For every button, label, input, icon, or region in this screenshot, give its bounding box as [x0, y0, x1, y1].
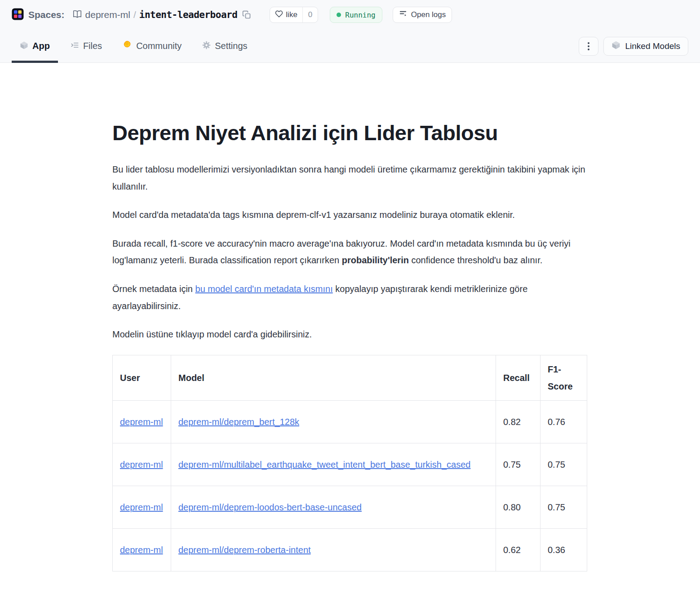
f1-value: 0.75 [541, 486, 587, 528]
tags-paragraph: Model card'da metadata'da tags kısmına d… [112, 207, 588, 224]
space-name-link[interactable]: intent-leaderboard [139, 9, 238, 20]
click-model-text: Modelin üstüne tıklayıp model card'a gid… [112, 329, 312, 339]
tabbar-spacer [256, 30, 579, 62]
user-link[interactable]: deprem-ml [120, 460, 163, 469]
user-link[interactable]: deprem-ml [120, 502, 163, 512]
user-link[interactable]: deprem-ml [120, 417, 163, 427]
kebab-icon [588, 42, 589, 50]
example-text-pre: Örnek metadata için [112, 284, 195, 294]
status-dot-icon [337, 13, 341, 17]
f1-value: 0.76 [541, 400, 587, 443]
recall-value: 0.80 [496, 486, 541, 528]
recall-value: 0.75 [496, 443, 541, 486]
model-link[interactable]: deprem-ml/deprem-roberta-intent [178, 545, 311, 555]
tab-app[interactable]: App [12, 30, 58, 62]
space-tabbar: App Files [0, 30, 700, 62]
example-metadata-paragraph: Örnek metadata için bu model card'ın met… [112, 281, 588, 314]
click-model-paragraph: Modelin üstüne tıklayıp model card'a gid… [112, 326, 588, 343]
like-label: like [286, 10, 297, 19]
column-header-f1: F1-Score [541, 355, 587, 400]
intro-text: Bu lider tablosu modellerimizi versiyonl… [112, 164, 585, 191]
tab-settings[interactable]: Settings [194, 30, 255, 62]
waving-hand-icon [123, 40, 132, 52]
column-header-user: User [113, 355, 171, 400]
metrics-text-bold: probability'lerin [342, 255, 409, 265]
metrics-text-post: confidence threshold'u baz alınır. [409, 255, 542, 265]
more-options-button[interactable] [579, 37, 598, 56]
model-link[interactable]: deprem-ml/deprem_bert_128k [178, 417, 299, 427]
linked-models-label: Linked Models [625, 41, 680, 51]
tabbar-actions: Linked Models [579, 30, 688, 62]
open-logs-button[interactable]: Open logs [393, 7, 452, 23]
column-header-model: Model [171, 355, 496, 400]
cube-icon [611, 40, 620, 52]
tab-files-label: Files [83, 41, 102, 51]
model-link[interactable]: deprem-ml/multilabel_earthquake_tweet_in… [178, 460, 470, 469]
leaderboard-table: User Model Recall F1-Score deprem-ml dep… [112, 355, 587, 571]
page-title: Deprem Niyet Analizi için Lider Tablosu [112, 120, 588, 145]
model-card-metadata-link[interactable]: bu model card'ın metadata kısmını [195, 284, 333, 294]
f1-value: 0.36 [541, 528, 587, 571]
recall-value: 0.62 [496, 528, 541, 571]
tags-text: Model card'da metadata'da tags kısmına d… [112, 210, 515, 220]
tab-community[interactable]: Community [115, 30, 190, 62]
gear-icon [202, 41, 211, 52]
book-icon [72, 9, 82, 21]
recall-value: 0.82 [496, 400, 541, 443]
like-widget: like 0 [270, 7, 318, 23]
intro-paragraph: Bu lider tablosu modellerimizi versiyonl… [112, 161, 588, 195]
tabs: App Files [12, 30, 256, 62]
copy-name-button[interactable] [242, 10, 251, 19]
table-row: deprem-ml deprem-ml/deprem-loodos-bert-b… [113, 486, 587, 528]
linked-models-button[interactable]: Linked Models [603, 37, 688, 56]
table-row: deprem-ml deprem-ml/deprem_bert_128k 0.8… [113, 400, 587, 443]
table-header-row: User Model Recall F1-Score [113, 355, 587, 400]
spaces-label: Spaces: [28, 9, 65, 20]
model-link[interactable]: deprem-ml/deprem-loodos-bert-base-uncase… [178, 502, 362, 512]
like-count[interactable]: 0 [302, 7, 318, 22]
space-header: Spaces: deprem-ml / intent-leaderboard [0, 0, 700, 63]
file-tree-icon [71, 41, 79, 52]
tab-settings-label: Settings [215, 41, 247, 51]
like-button[interactable]: like [270, 10, 302, 20]
huggingface-spaces-logo-icon [12, 8, 24, 22]
owner-link[interactable]: deprem-ml [85, 9, 130, 20]
user-link[interactable]: deprem-ml [120, 545, 163, 555]
cube-icon [20, 41, 28, 52]
space-breadcrumb: deprem-ml / intent-leaderboard [72, 9, 252, 21]
breadcrumb-slash: / [133, 9, 136, 20]
logs-icon [399, 9, 408, 20]
column-header-recall: Recall [496, 355, 541, 400]
status-text: Running [345, 11, 375, 19]
open-logs-label: Open logs [411, 10, 446, 19]
tab-community-label: Community [136, 41, 182, 51]
status-badge[interactable]: Running [330, 7, 382, 23]
table-row: deprem-ml deprem-ml/multilabel_earthquak… [113, 443, 587, 486]
table-row: deprem-ml deprem-ml/deprem-roberta-inten… [113, 528, 587, 571]
space-header-row: Spaces: deprem-ml / intent-leaderboard [0, 0, 700, 30]
tab-app-label: App [32, 41, 50, 51]
spaces-brand[interactable]: Spaces: [12, 8, 65, 22]
tab-files[interactable]: Files [62, 30, 110, 62]
f1-value: 0.75 [541, 443, 587, 486]
app-content: Deprem Niyet Analizi için Lider Tablosu … [112, 63, 588, 571]
metrics-paragraph: Burada recall, f1-score ve accuracy'nin … [112, 235, 588, 269]
heart-icon [275, 10, 283, 20]
